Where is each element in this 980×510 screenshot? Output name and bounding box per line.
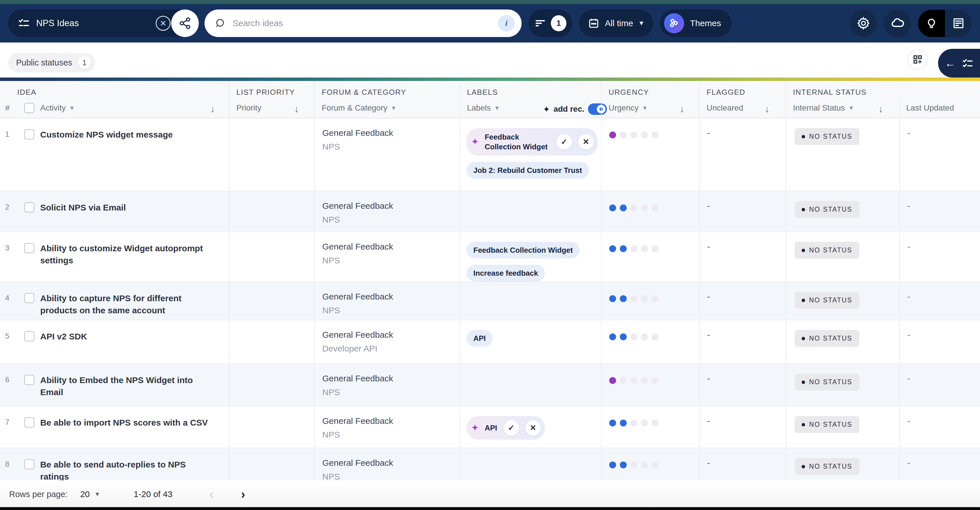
urgency-cell[interactable] xyxy=(601,448,699,480)
side-panel-tab[interactable]: ← xyxy=(938,49,980,78)
status-badge[interactable]: NO STATUS xyxy=(795,416,859,433)
flagged-cell: - xyxy=(699,118,786,191)
sort-priority[interactable]: ↓ xyxy=(294,103,299,114)
table-row[interactable]: 5API v2 SDKGeneral FeedbackDeveloper API… xyxy=(0,319,980,363)
report-mode-button[interactable] xyxy=(945,10,972,37)
internal-status-cell: NO STATUS xyxy=(786,406,899,448)
list-title: NPS Ideas xyxy=(36,18,79,29)
add-widget-button[interactable] xyxy=(908,49,928,70)
view-mode-toggle[interactable] xyxy=(918,10,972,37)
label-chip[interactable]: API xyxy=(466,330,493,346)
forum-name: General Feedback xyxy=(315,330,460,340)
idea-title[interactable]: Be able to send auto-replies to NPS rati… xyxy=(40,459,210,480)
row-checkbox[interactable] xyxy=(24,129,35,140)
urgency-cell[interactable] xyxy=(601,232,699,281)
status-badge[interactable]: NO STATUS xyxy=(795,330,859,347)
idea-title[interactable]: Ability to capture NPS for different pro… xyxy=(40,292,210,316)
label-chip[interactable]: Job 2: Rebuild Customer Trust xyxy=(466,162,589,179)
table-row[interactable]: 2Solicit NPS via EmailGeneral FeedbackNP… xyxy=(0,191,980,232)
row-checkbox[interactable] xyxy=(24,202,35,213)
col-activity[interactable]: Activity▼ xyxy=(40,103,75,113)
status-badge[interactable]: NO STATUS xyxy=(795,373,859,391)
category-name: NPS xyxy=(315,472,460,480)
reject-label-button[interactable]: ✕ xyxy=(578,134,594,149)
status-badge[interactable]: NO STATUS xyxy=(795,128,859,145)
table-row[interactable]: 7Be able to import NPS scores with a CSV… xyxy=(0,406,980,448)
ideas-table-body: 1Customize NPS widget messageGeneral Fee… xyxy=(0,118,980,481)
idea-title[interactable]: Customize NPS widget message xyxy=(40,129,173,141)
sort-urgency[interactable]: ↓ xyxy=(679,103,684,114)
col-priority[interactable]: Priority xyxy=(236,103,261,113)
add-rec-switch[interactable] xyxy=(588,103,607,115)
search-info-icon[interactable]: i xyxy=(498,15,515,32)
status-badge[interactable]: NO STATUS xyxy=(795,201,859,218)
cloud-button[interactable] xyxy=(884,10,911,37)
suggested-label-chip[interactable]: ✦API✓✕ xyxy=(466,416,545,440)
table-row[interactable]: 4Ability to capture NPS for different pr… xyxy=(0,281,980,319)
col-flagged[interactable]: Uncleared xyxy=(706,103,743,113)
add-recommendations-toggle[interactable]: ✦ add rec. xyxy=(543,103,607,115)
idea-list-pill[interactable]: NPS Ideas ✕ xyxy=(8,10,197,37)
urgency-cell[interactable] xyxy=(601,406,699,448)
accept-label-button[interactable]: ✓ xyxy=(556,134,572,149)
label-text: API xyxy=(485,423,497,433)
col-labels[interactable]: Labels▼ xyxy=(467,103,500,113)
forum-category-cell: General FeedbackNPS xyxy=(314,191,460,232)
sort-idea[interactable]: ↓ xyxy=(210,103,215,114)
table-row[interactable]: 8Be able to send auto-replies to NPS rat… xyxy=(0,448,980,480)
idea-title[interactable]: Be able to import NPS scores with a CSV xyxy=(40,417,208,429)
label-chip[interactable]: Feedback Collection Widget xyxy=(466,242,580,259)
share-button[interactable] xyxy=(171,10,199,37)
status-badge[interactable]: NO STATUS xyxy=(795,242,859,259)
row-checkbox[interactable] xyxy=(24,459,35,470)
flagged-cell: - xyxy=(699,232,786,281)
ideas-mode-button[interactable] xyxy=(918,10,945,37)
sort-flagged[interactable]: ↓ xyxy=(765,103,770,114)
accent-gradient-line xyxy=(0,78,980,81)
themes-button[interactable]: Themes xyxy=(660,10,731,37)
table-row[interactable]: 3Ability to customize Widget autoprompt … xyxy=(0,232,980,281)
urgency-dot xyxy=(641,132,648,138)
label-chip[interactable]: Increase feedback xyxy=(466,265,545,281)
search-bar[interactable]: Search ideas i xyxy=(205,10,522,37)
prev-page-button[interactable]: ‹ xyxy=(209,487,213,501)
settings-button[interactable] xyxy=(850,10,877,37)
clear-list-icon[interactable]: ✕ xyxy=(156,16,170,31)
status-badge[interactable]: NO STATUS xyxy=(795,458,859,475)
reject-label-button[interactable]: ✕ xyxy=(525,420,541,435)
urgency-dot xyxy=(620,245,627,252)
sort-internal[interactable]: ↓ xyxy=(878,103,883,114)
idea-title[interactable]: API v2 SDK xyxy=(40,330,87,343)
row-checkbox[interactable] xyxy=(24,417,35,427)
row-checkbox[interactable] xyxy=(24,293,35,303)
urgency-cell[interactable] xyxy=(601,191,699,232)
col-internal[interactable]: Internal Status▼ xyxy=(793,103,854,113)
col-forum[interactable]: Forum & Category▼ xyxy=(322,103,397,113)
next-page-button[interactable]: › xyxy=(241,487,245,501)
urgency-cell[interactable] xyxy=(601,118,699,191)
col-updated[interactable]: Last Updated xyxy=(906,103,954,113)
urgency-cell[interactable] xyxy=(601,364,699,406)
idea-title[interactable]: Solicit NPS via Email xyxy=(40,202,126,214)
col-urgency[interactable]: Urgency▼ xyxy=(609,103,648,113)
time-range-button[interactable]: All time ▼ xyxy=(579,10,653,37)
urgency-dot xyxy=(641,334,648,340)
row-checkbox[interactable] xyxy=(24,375,35,385)
filter-button[interactable]: 1 xyxy=(528,10,572,37)
select-all-checkbox[interactable] xyxy=(24,103,35,113)
urgency-cell[interactable] xyxy=(601,282,699,319)
idea-title[interactable]: Ability to Embed the NPS Widget into Ema… xyxy=(40,374,210,398)
table-row[interactable]: 6Ability to Embed the NPS Widget into Em… xyxy=(0,363,980,406)
urgency-cell[interactable] xyxy=(601,320,699,363)
row-checkbox[interactable] xyxy=(24,243,35,253)
row-checkbox[interactable] xyxy=(24,331,35,342)
suggested-label-chip[interactable]: ✦Feedback Collection Widget✓✕ xyxy=(466,128,598,156)
idea-title[interactable]: Ability to customize Widget autoprompt s… xyxy=(40,242,210,267)
table-row[interactable]: 1Customize NPS widget messageGeneral Fee… xyxy=(0,118,980,191)
checklist-icon xyxy=(962,57,974,69)
status-badge[interactable]: NO STATUS xyxy=(795,292,859,309)
flagged-value: - xyxy=(700,458,710,467)
public-statuses-chip[interactable]: Public statuses 1 xyxy=(8,53,95,72)
rows-per-page-select[interactable]: 20 xyxy=(80,489,90,499)
accept-label-button[interactable]: ✓ xyxy=(503,420,519,435)
